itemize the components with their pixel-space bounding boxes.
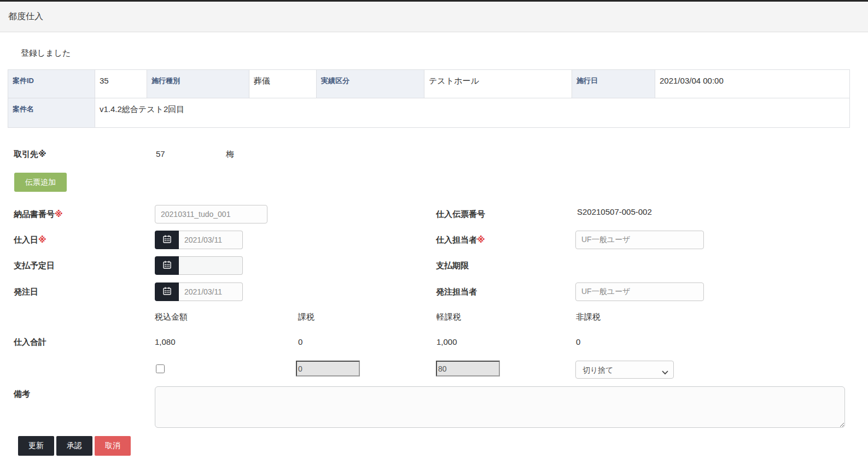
purchase-staff-label: 仕入担当者※: [436, 231, 485, 249]
case-category-header: 実績区分: [317, 70, 424, 98]
calendar-icon: [163, 261, 171, 270]
totals-header-taxed: 課税: [298, 310, 314, 323]
totals-header-reduced: 軽課税: [436, 310, 461, 323]
required-mark: ※: [38, 235, 46, 244]
reduced-amount-value: 1,000: [436, 335, 457, 349]
payment-deadline-label: 支払期限: [436, 256, 469, 275]
case-id-header: 案件ID: [8, 70, 95, 98]
case-name-value: v1.4.2総合テスト2回目: [95, 98, 850, 128]
case-type-value: 葬儀: [249, 70, 317, 98]
main-content: 登録しました 案件ID 35 施行種別 葬儀 実績区分 テストホール 施行日 2…: [0, 32, 868, 464]
case-date-header: 施行日: [572, 70, 655, 98]
purchase-date-label: 仕入日※: [14, 231, 46, 249]
payment-due-date-input[interactable]: [179, 256, 243, 275]
table-row: 案件ID 35 施行種別 葬儀 実績区分 テストホール 施行日 2021/03/…: [8, 70, 850, 98]
case-type-header: 施行種別: [147, 70, 249, 98]
cancel-button[interactable]: 取消: [95, 436, 131, 456]
supplier-name: 梅: [226, 148, 234, 161]
purchase-date-calendar-button[interactable]: [155, 231, 179, 249]
delivery-no-input[interactable]: [155, 205, 267, 223]
order-date-label: 発注日: [14, 282, 38, 301]
supplier-code: 57: [156, 148, 165, 161]
required-mark: ※: [477, 235, 485, 244]
tax-adjust-checkbox[interactable]: [156, 364, 165, 373]
case-info-table: 案件ID 35 施行種別 葬儀 実績区分 テストホール 施行日 2021/03/…: [8, 69, 850, 128]
remarks-label: 備考: [14, 387, 30, 401]
rounding-select[interactable]: 切り捨て: [575, 361, 674, 379]
reduced-tax-amount-input[interactable]: [436, 361, 500, 376]
delivery-no-label: 納品書番号※: [14, 205, 63, 223]
purchase-date-input[interactable]: [179, 231, 243, 249]
payment-due-date-group: [155, 256, 243, 275]
order-staff-label: 発注担当者: [436, 282, 477, 301]
purchase-staff-input[interactable]: [575, 231, 704, 249]
slip-no-label: 仕入伝票番号: [436, 205, 485, 223]
required-mark: ※: [55, 209, 63, 219]
page-title: 都度仕入: [8, 11, 43, 22]
calendar-icon: [163, 287, 171, 297]
case-id-value: 35: [95, 70, 147, 98]
case-category-value: テストホール: [424, 70, 572, 98]
order-date-input[interactable]: [179, 282, 243, 301]
approve-button[interactable]: 承認: [56, 436, 92, 456]
order-date-group: [155, 282, 243, 301]
totals-header-exempt: 非課税: [576, 310, 601, 323]
page-header: 都度仕入: [0, 2, 868, 32]
calendar-icon: [163, 235, 171, 245]
totals-header-total: 税込金額: [155, 310, 188, 323]
order-staff-input[interactable]: [575, 282, 704, 301]
exempt-amount-value: 0: [576, 335, 580, 349]
order-date-calendar-button[interactable]: [155, 282, 179, 301]
case-name-header: 案件名: [8, 98, 95, 128]
purchase-date-group: [155, 231, 243, 249]
remarks-textarea[interactable]: [155, 386, 845, 428]
table-row: 案件名 v1.4.2総合テスト2回目: [8, 98, 850, 128]
payment-due-date-label: 支払予定日: [14, 256, 55, 275]
rounding-select-wrap: 切り捨て: [575, 361, 674, 379]
purchase-total-label: 仕入合計: [14, 335, 46, 349]
flash-message: 登録しました: [21, 48, 71, 58]
taxed-amount-value: 0: [298, 335, 302, 349]
payment-due-date-calendar-button[interactable]: [155, 256, 179, 275]
supplier-label: 取引先※: [14, 148, 46, 161]
required-mark: ※: [38, 149, 46, 158]
add-slip-button[interactable]: 伝票追加: [14, 173, 67, 192]
case-date-value: 2021/03/04 00:00: [655, 70, 850, 98]
tax-amount-input[interactable]: [296, 361, 360, 376]
total-amount-value: 1,080: [155, 335, 176, 349]
update-button[interactable]: 更新: [18, 436, 54, 456]
slip-no-value: S20210507-005-002: [577, 203, 652, 221]
